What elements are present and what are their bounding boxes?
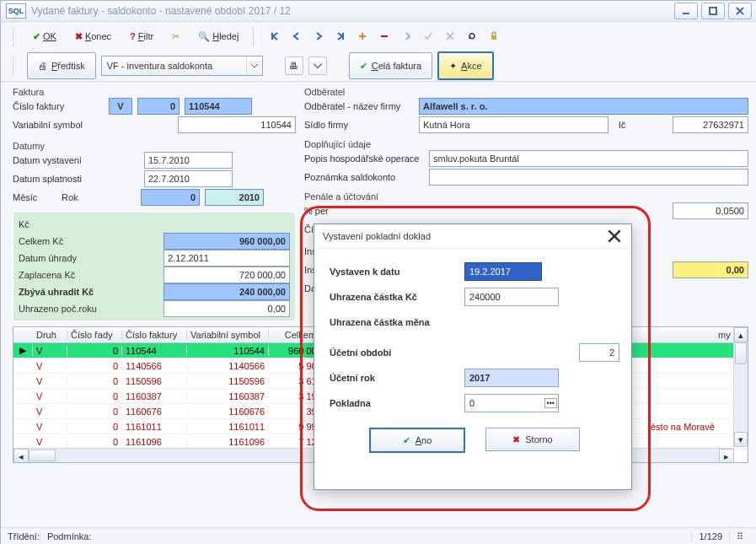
pct-field[interactable]: 0,0500 [673, 202, 748, 219]
dlg-vyst-field[interactable]: 19.2.2017 [464, 262, 542, 281]
confirm-icon[interactable] [419, 27, 437, 46]
odb-nazev-label: Odběratel - název firmy [304, 101, 414, 111]
datum-splat-field[interactable]: 22.7.2010 [144, 170, 233, 187]
zbyva-mena-field: 0,00 [673, 261, 748, 278]
celkem-label: Celkem Kč [19, 236, 63, 246]
mesic-value: 0 [141, 189, 200, 206]
ok-button[interactable]: ✔OK [25, 25, 64, 47]
nav-first-icon[interactable] [265, 27, 284, 46]
cislo-rada-n: 0 [137, 98, 180, 115]
rok-value: 2010 [205, 189, 264, 206]
cislo-prefix: V [109, 98, 132, 115]
nav-next-icon[interactable] [309, 27, 328, 46]
datum-uhr-field[interactable]: 2.12.2011 [164, 250, 290, 267]
zbyva-label: Zbývá uhradit Kč [19, 287, 94, 297]
datum-vyst-field[interactable]: 15.7.2010 [144, 152, 233, 169]
penale-group-label: Penále a účtování [304, 191, 748, 202]
vsym-label: Variabilní symbol [13, 120, 104, 130]
mesic-label: Měsíc [13, 192, 56, 202]
cislo-faktury-value: 110544 [185, 98, 252, 115]
zaplacena-label: Zaplacena Kč [19, 270, 75, 280]
print-toolbar: 🖨 Předtisk VF - inventura saldokonta 🖶 ✔… [1, 51, 756, 82]
popis-label: Popis hospodářské operace [304, 154, 424, 164]
celkem-value: 960 000,00 [164, 233, 290, 250]
status-podminka: Podmínka: [40, 531, 692, 541]
printer-icon: 🖨 [38, 61, 47, 71]
template-combo[interactable]: VF - inventura saldokonta [101, 56, 263, 76]
close-button[interactable] [728, 3, 752, 19]
main-toolbar: ✔OK ✖Konec ?Filtr ✂ 🔍Hledej [1, 22, 756, 51]
status-trideni: Třídění: [8, 531, 40, 541]
maximize-button[interactable] [701, 3, 725, 19]
datum-uhr-label: Datum úhrady [19, 253, 77, 263]
print-icon-button[interactable]: 🖶 [285, 57, 303, 75]
nav-prev-icon[interactable] [287, 27, 306, 46]
refresh-icon[interactable] [463, 27, 481, 46]
dialog-title: Vystavení pokladní doklad [323, 231, 431, 241]
konec-button[interactable]: ✖Konec [67, 25, 119, 47]
odb-sidlo-label: Sídlo firmy [304, 120, 414, 130]
pct-label: % per [304, 206, 338, 216]
edit-icon[interactable] [397, 27, 416, 46]
pozn-field[interactable] [429, 169, 748, 186]
predtisk-button[interactable]: 🖨 Předtisk [27, 52, 96, 79]
minimize-button[interactable] [674, 3, 698, 19]
datum-vyst-label: Datum vystavení [13, 155, 139, 165]
pocroku-value: 0,00 [164, 300, 290, 317]
dlg-obdobi-label: Účetní období [330, 347, 456, 358]
cash-doc-dialog: Vystavení pokladní doklad Vystaven k dat… [314, 224, 632, 490]
cancel-icon[interactable] [441, 27, 459, 46]
kc-label: Kč [19, 219, 29, 229]
status-bar: Třídění: Podmínka: 1/129 ⠿ [1, 527, 756, 544]
status-position: 1/129 [691, 531, 729, 541]
print-dropdown-button[interactable] [308, 57, 327, 75]
add-icon[interactable] [353, 27, 372, 46]
hledej-button[interactable]: 🔍Hledej [190, 25, 246, 47]
dlg-ano-button[interactable]: ✔Ano [369, 428, 465, 453]
dialog-close-button[interactable] [606, 228, 623, 245]
dlg-castka-field[interactable]: 240000 [464, 288, 559, 306]
odb-sidlo-field[interactable]: Kutná Hora [419, 116, 609, 133]
window-title: Vydané faktury - saldokonto - nastavené … [31, 5, 671, 17]
dlg-rok-field[interactable]: 2017 [464, 369, 559, 387]
cela-faktura-button[interactable]: ✔Celá faktura [349, 52, 432, 79]
dlg-pokl-field[interactable]: 0••• [464, 394, 559, 412]
chevron-down-icon [246, 57, 262, 75]
dlg-rok-label: Účetní rok [330, 373, 456, 383]
popis-field[interactable]: smluv.pokuta Bruntál [429, 150, 748, 167]
vsym-field[interactable]: 110544 [178, 116, 296, 133]
odberatel-group-label: Odběratel [304, 87, 748, 97]
dlg-vyst-label: Vystaven k datu [330, 267, 456, 277]
app-window: SQL Vydané faktury - saldokonto - nastav… [0, 0, 756, 544]
filtr-button[interactable]: ?Filtr [122, 25, 161, 47]
titlebar: SQL Vydané faktury - saldokonto - nastav… [1, 1, 756, 22]
zaplacena-value: 720 000,00 [164, 267, 290, 283]
wand-icon: ✦ [449, 61, 457, 72]
rok-label: Rok [62, 192, 136, 202]
ic-field[interactable]: 27632971 [673, 116, 748, 133]
ellipsis-icon[interactable]: ••• [544, 398, 557, 408]
akce-button[interactable]: ✦Akce [437, 51, 493, 80]
dlg-storno-button[interactable]: ✖Storno [485, 428, 580, 451]
datumy-group-label: Datumy [13, 141, 296, 151]
dlg-pokl-label: Pokladna [330, 398, 456, 408]
dlg-obdobi-field[interactable]: 2 [579, 343, 619, 362]
zbyva-value: 240 000,00 [164, 283, 290, 300]
cislo-faktury-label: Číslo faktury [13, 101, 104, 111]
lock-icon[interactable] [485, 27, 503, 46]
clear-filter-button[interactable]: ✂ [164, 25, 187, 47]
pozn-label: Poznámka saldokonto [304, 172, 424, 182]
nav-last-icon[interactable] [331, 27, 350, 46]
money-panel: Kč Celkem Kč960 000,00 Datum úhrady2.12.… [13, 212, 296, 321]
odb-nazev-value: Alfawell s. r. o. [419, 98, 748, 115]
svg-rect-0 [491, 35, 496, 40]
dop-group-label: Doplňující údaje [304, 139, 748, 149]
faktura-group-label: Faktura [13, 87, 296, 97]
dlg-mena-label: Uhrazena částka měna [330, 317, 456, 327]
remove-icon[interactable] [375, 27, 394, 46]
datum-splat-label: Datum splatnosti [13, 174, 139, 184]
ic-label: Ič [614, 120, 630, 130]
resize-grip-icon[interactable]: ⠿ [729, 531, 750, 542]
vertical-scrollbar[interactable]: ▴▾ [733, 327, 748, 447]
pocroku-label: Uhrazeno poč.roku [19, 304, 97, 314]
